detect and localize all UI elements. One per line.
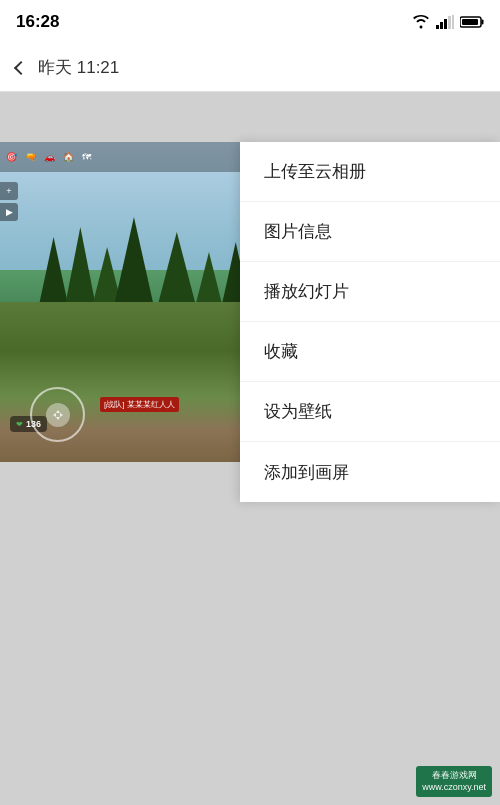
game-joystick [30,387,85,442]
wifi-icon [412,15,430,29]
svg-marker-23 [60,413,63,417]
status-bar: 16:28 [0,0,500,44]
svg-marker-20 [56,410,60,413]
team-indicator: [战队] 某某某红人人 [100,397,179,412]
svg-rect-4 [452,15,454,29]
back-button[interactable]: 昨天 11:21 [16,56,119,79]
svg-rect-2 [444,19,447,29]
status-icons [412,15,484,29]
svg-marker-22 [53,413,56,417]
svg-rect-1 [440,22,443,29]
nav-title: 昨天 11:21 [38,56,119,79]
svg-rect-3 [448,16,451,29]
status-time: 16:28 [16,12,59,32]
svg-rect-6 [482,20,484,25]
watermark: 春春游戏网 www.czonxy.net [416,766,492,797]
back-chevron-icon [14,60,28,74]
main-content: 🎯🔫🚗🏠🗺 11:35 ❤ 136 [0,92,500,805]
menu-item-add-to-desktop[interactable]: 添加到画屏 [240,442,500,502]
game-side-buttons: + ▶ [0,182,18,221]
svg-rect-0 [436,25,439,29]
menu-item-favorite[interactable]: 收藏 [240,322,500,382]
menu-item-image-info[interactable]: 图片信息 [240,202,500,262]
game-ui-icons: 🎯🔫🚗🏠🗺 [6,152,91,162]
svg-rect-7 [462,19,478,25]
menu-item-set-wallpaper[interactable]: 设为壁纸 [240,382,500,442]
svg-marker-21 [56,417,60,420]
joystick-center [46,403,70,427]
battery-icon [460,15,484,29]
menu-item-upload-cloud[interactable]: 上传至云相册 [240,142,500,202]
signal-icon [436,15,454,29]
nav-bar: 昨天 11:21 [0,44,500,92]
context-menu: 上传至云相册图片信息播放幻灯片收藏设为壁纸添加到画屏 [240,142,500,502]
menu-item-slideshow[interactable]: 播放幻灯片 [240,262,500,322]
